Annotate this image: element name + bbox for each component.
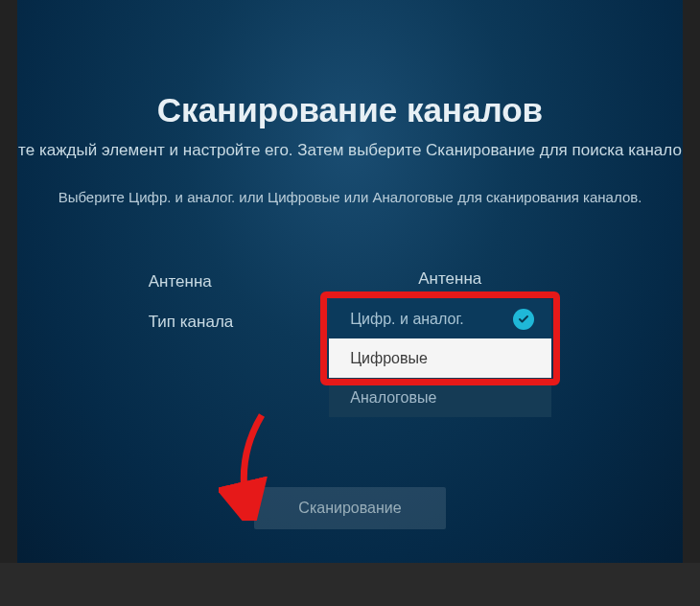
scan-button[interactable]: Сканирование — [254, 487, 446, 529]
labels-column: Антенна Тип канала — [149, 259, 234, 417]
option-label: Цифр. и аналог. — [350, 311, 463, 327]
channel-type-label: Тип канала — [149, 302, 234, 342]
option-digital[interactable]: Цифровые — [329, 338, 551, 378]
tv-bezel-left — [0, 0, 17, 606]
instruction-primary: те каждый элемент и настройте его. Затем… — [17, 141, 683, 160]
tv-screen: Сканирование каналов те каждый элемент и… — [17, 0, 683, 563]
check-icon — [513, 309, 534, 330]
option-analog[interactable]: Аналоговые — [329, 378, 551, 417]
option-digital-analog[interactable]: Цифр. и аналог. — [329, 299, 551, 338]
settings-grid: Антенна Тип канала Антенна Цифр. и анало… — [17, 259, 683, 417]
antenna-label: Антенна — [149, 262, 234, 302]
instruction-secondary: Выберите Цифр. и аналог. или Цифровые ил… — [17, 189, 683, 205]
option-label: Цифровые — [350, 350, 428, 366]
antenna-value[interactable]: Антенна — [348, 259, 551, 299]
page-title: Сканирование каналов — [17, 91, 683, 129]
option-label: Аналоговые — [350, 389, 436, 406]
values-column: Антенна Цифр. и аналог. Цифровые Аналого… — [348, 259, 551, 417]
tv-bezel-right — [683, 0, 700, 606]
tv-bezel-bottom — [0, 563, 700, 606]
channel-type-dropdown: Цифр. и аналог. Цифровые Аналоговые — [329, 299, 551, 417]
